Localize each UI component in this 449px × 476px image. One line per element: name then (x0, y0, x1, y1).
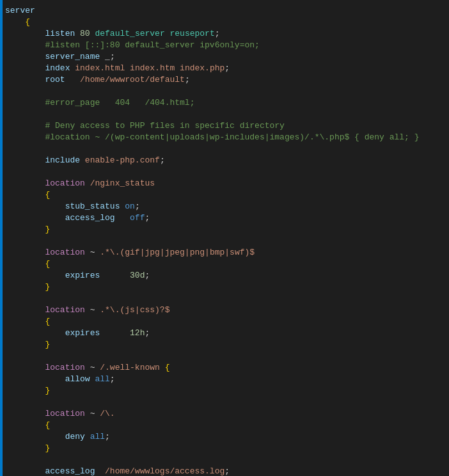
code-line: { (0, 17, 449, 28)
left-bar (0, 0, 3, 476)
code-line: access_log off; (0, 212, 449, 224)
code-line (0, 86, 449, 97)
code-line: } (0, 282, 449, 293)
code-line: } (0, 339, 449, 351)
code-line: index index.html index.htm index.php; (0, 63, 449, 74)
code-line: { (0, 189, 449, 201)
code-line: server (0, 5, 449, 17)
code-line: #listen [::]:80 default_server ipv6only=… (0, 40, 449, 51)
code-line: { (0, 316, 449, 328)
code-line (0, 454, 449, 466)
code-line: # Deny access to PHP files in specific d… (0, 120, 449, 132)
code-line (0, 109, 449, 120)
code-line (0, 397, 449, 408)
code-line: #location ~ /(wp-content|uploads|wp-incl… (0, 132, 449, 143)
code-line: root /home/wwwroot/default; (0, 74, 449, 86)
code-line: deny all; (0, 431, 449, 443)
code-line (0, 143, 449, 155)
code-line: location ~ /.well-known { (0, 362, 449, 374)
code-line: #error_page 404 /404.html; (0, 97, 449, 109)
code-line: location ~ .*\.(js|css)?$ (0, 305, 449, 316)
code-container: server { listen 80 default_server reusep… (0, 0, 449, 476)
code-line: } (0, 443, 449, 454)
code-line: location ~ /\. (0, 408, 449, 420)
code-line: server_name _; (0, 51, 449, 63)
code-line: allow all; (0, 374, 449, 385)
code-line: stub_status on; (0, 201, 449, 212)
code-line (0, 166, 449, 178)
code-line: } (0, 385, 449, 397)
code-line: } (0, 224, 449, 235)
code-line (0, 235, 449, 247)
code-line (0, 351, 449, 362)
code-line: location /nginx_status (0, 178, 449, 189)
code-line: expires 12h; (0, 328, 449, 339)
code-line: listen 80 default_server reuseport; (0, 28, 449, 40)
code-line: location ~ .*\.(gif|jpg|jpeg|png|bmp|swf… (0, 247, 449, 258)
code-line: { (0, 420, 449, 431)
code-line: include enable-php.conf; (0, 155, 449, 166)
code-line: access_log /home/wwwlogs/access.log; (0, 466, 449, 476)
code-line: { (0, 258, 449, 270)
code-line: expires 30d; (0, 270, 449, 282)
code-line (0, 293, 449, 305)
